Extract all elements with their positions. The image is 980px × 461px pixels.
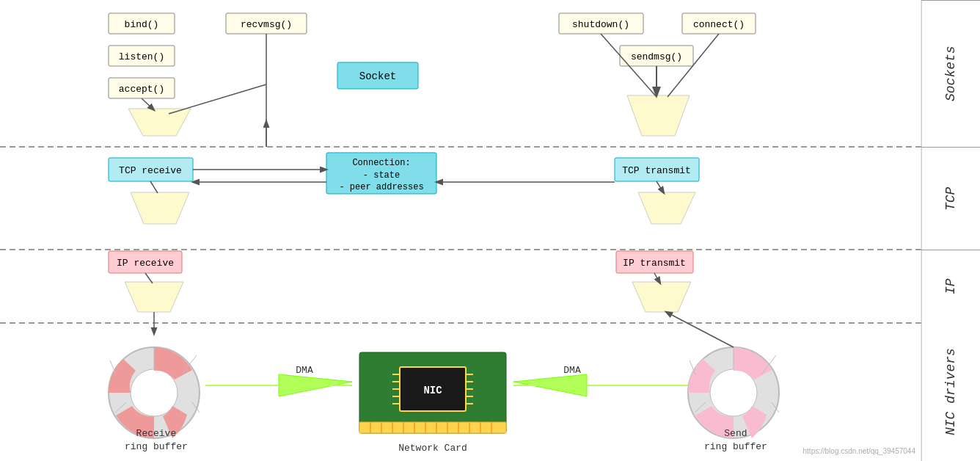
svg-rect-80 xyxy=(400,367,466,411)
svg-line-63 xyxy=(772,402,779,413)
svg-rect-66 xyxy=(359,352,506,433)
receive-ring-buffer-label: Receivering buffer xyxy=(125,427,188,454)
svg-line-65 xyxy=(690,360,695,374)
svg-text:DMA: DMA xyxy=(563,365,581,376)
layer-labels-container: Sockets TCP IP NIC drivers xyxy=(921,0,980,461)
svg-rect-3 xyxy=(109,13,175,34)
svg-line-64 xyxy=(695,402,706,413)
svg-text:sendmsg(): sendmsg() xyxy=(631,51,682,62)
svg-rect-45 xyxy=(616,251,693,273)
main-container: bind() recvmsg() listen() accept() Socke… xyxy=(0,0,980,461)
svg-text:shutdown(): shutdown() xyxy=(572,19,629,30)
svg-marker-92 xyxy=(279,374,352,396)
svg-text:Socket: Socket xyxy=(359,70,396,82)
svg-line-21 xyxy=(142,98,154,110)
svg-marker-48 xyxy=(632,282,691,312)
svg-rect-27 xyxy=(109,158,193,181)
layer-label-sockets: Sockets xyxy=(921,0,980,147)
svg-line-62 xyxy=(761,355,776,374)
layer-label-tcp: TCP xyxy=(921,147,980,250)
svg-line-24 xyxy=(601,34,657,97)
diagram-svg: bind() recvmsg() listen() accept() Socke… xyxy=(0,0,921,461)
svg-rect-15 xyxy=(682,13,756,34)
network-card-label: Network Card xyxy=(359,443,506,454)
svg-text:TCP receive: TCP receive xyxy=(119,165,182,176)
svg-rect-13 xyxy=(559,13,643,34)
svg-rect-11 xyxy=(337,62,418,89)
svg-text:bind(): bind() xyxy=(125,19,159,30)
watermark: https://blog.csdn.net/qq_39457044 xyxy=(803,447,915,455)
svg-line-98 xyxy=(666,312,734,347)
svg-marker-95 xyxy=(513,374,587,396)
svg-line-56 xyxy=(192,402,200,413)
svg-rect-17 xyxy=(620,46,693,66)
svg-point-59 xyxy=(688,347,779,438)
svg-line-40 xyxy=(150,181,158,193)
layer-label-ip: IP xyxy=(921,250,980,323)
svg-marker-19 xyxy=(128,109,191,136)
svg-point-60 xyxy=(710,369,757,416)
svg-marker-20 xyxy=(627,95,690,136)
svg-text:NIC: NIC xyxy=(423,385,442,396)
svg-text:- peer addresses: - peer addresses xyxy=(339,182,423,192)
svg-marker-38 xyxy=(131,192,189,224)
svg-point-53 xyxy=(131,369,178,416)
svg-line-57 xyxy=(115,402,126,413)
svg-line-58 xyxy=(110,360,116,374)
svg-line-23 xyxy=(169,84,266,114)
svg-marker-47 xyxy=(125,282,183,312)
svg-text:accept(): accept() xyxy=(119,84,164,95)
svg-text:recvmsg(): recvmsg() xyxy=(241,19,292,30)
svg-line-49 xyxy=(145,273,153,283)
svg-text:TCP transmit: TCP transmit xyxy=(622,165,691,176)
svg-text:- state: - state xyxy=(363,170,400,181)
svg-point-52 xyxy=(109,347,200,438)
svg-rect-67 xyxy=(359,422,506,433)
svg-rect-5 xyxy=(226,13,307,34)
svg-text:DMA: DMA xyxy=(296,365,313,376)
svg-text:Connection:: Connection: xyxy=(352,158,410,168)
svg-rect-29 xyxy=(326,153,436,194)
svg-rect-7 xyxy=(109,46,175,66)
layer-label-nic: NIC drivers xyxy=(921,323,980,461)
svg-line-55 xyxy=(182,355,197,374)
svg-rect-33 xyxy=(615,158,699,181)
svg-line-25 xyxy=(668,34,719,97)
svg-line-41 xyxy=(657,181,664,193)
send-ring-buffer-label: Sendring buffer xyxy=(704,427,767,454)
svg-text:IP receive: IP receive xyxy=(117,258,174,269)
svg-rect-43 xyxy=(109,251,182,273)
svg-text:connect(): connect() xyxy=(693,19,745,30)
svg-text:IP transmit: IP transmit xyxy=(623,258,686,269)
svg-rect-9 xyxy=(109,78,175,98)
svg-text:listen(): listen() xyxy=(119,51,164,62)
svg-marker-39 xyxy=(638,192,695,224)
svg-line-50 xyxy=(654,273,660,283)
